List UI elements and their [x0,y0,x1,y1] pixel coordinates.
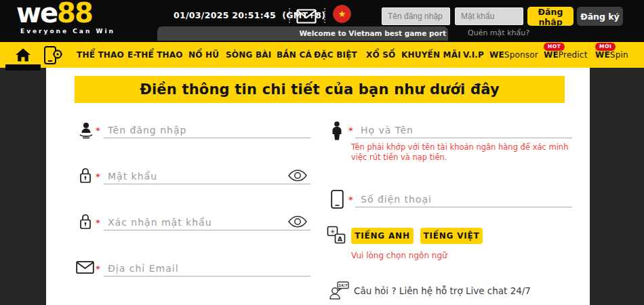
language-helper-text: Vui lòng chọn ngôn ngữ [351,251,447,261]
required-marker: * [96,218,100,228]
nav-item-e-the-thao[interactable]: E-THỂ THAO [127,50,183,60]
logo-tagline: Everyone Can Win [20,28,115,35]
form-title-banner: Điền thông tin chi tiết của bạn như dưới… [75,76,565,103]
header-divider [289,8,290,23]
nav-item-wespin[interactable]: WESpin [595,50,628,60]
nav-mobile-app-button[interactable] [43,45,64,65]
livechat-icon: 24/7 [329,281,350,300]
nav-item-xo-so[interactable]: XỔ SỐ [366,50,395,60]
nav-item-wesponsor[interactable]: WESponsor [489,50,538,60]
svg-text:A: A [338,236,342,243]
mobile-app-icon [43,45,64,65]
active-tab-indicator [5,64,41,70]
show-password-icon[interactable] [287,216,308,228]
required-marker: * [348,125,353,136]
fullname-field[interactable] [355,122,572,138]
english-language-button[interactable]: TIẾNG ANH [351,228,414,244]
lock-icon [77,213,94,230]
login-button[interactable]: Đăng nhập [527,7,573,26]
nav-item-wepredict[interactable]: WEPredict [544,50,588,60]
show-password-icon[interactable] [287,169,308,182]
fullname-person-icon [331,121,342,140]
register-button[interactable]: Đăng ký [577,7,623,26]
email-icon [76,261,94,274]
forgot-password-link[interactable]: Quên mật khẩu? [468,28,529,37]
header-divider [324,8,325,23]
livechat-support-link[interactable]: Câu hỏi ? Liên hệ hỗ trợ Live chat 24/7 [354,285,531,296]
lock-icon [77,167,94,184]
nav-item-no-hu[interactable]: NỔ HŨ [188,50,219,60]
mail-icon[interactable] [296,9,317,24]
form-title: Điền thông tin chi tiết của bạn như dưới… [140,81,500,98]
header-password-input[interactable] [455,7,523,25]
moi-badge: MỚI [595,43,616,51]
required-marker: * [96,125,100,136]
required-marker: * [348,195,353,205]
logo-we-text: we [16,0,57,28]
nav-home-button[interactable] [15,47,31,63]
svg-text:24/7: 24/7 [338,283,348,287]
confirm-password-field[interactable] [104,214,310,230]
welcome-ticker: Welcome to Vietnam best game port [157,26,448,41]
hot-badge: HOT [544,43,565,51]
logo-88-text: 88 [57,0,92,28]
main-navigation: THỂ THAO E-THỂ THAO NỔ HŨ SÒNG BÀI BẮN C… [0,42,644,68]
header-username-input[interactable] [382,7,450,25]
password-field[interactable] [104,168,310,184]
vietnamese-language-button[interactable]: TIẾNG VIỆT [420,228,483,244]
required-marker: * [96,264,100,274]
nav-item-vip[interactable]: V.I.P [463,50,484,60]
nav-item-dac-biet[interactable]: ĐẶC BIỆT [314,50,357,60]
top-header: we88 Everyone Can Win 01/03/2025 20:51:4… [0,0,644,42]
we88-logo[interactable]: we88 [16,0,92,28]
nav-item-ban-ca[interactable]: BẮN CÁ [277,50,312,60]
translate-icon: ✳ A [327,226,347,245]
nav-item-khuyen-mai[interactable]: KHUYẾN MÃI [401,50,461,60]
vietnam-flag-icon[interactable]: ★ [333,5,351,23]
nav-item-song-bai[interactable]: SÒNG BÀI [226,50,271,60]
username-icon [78,121,94,140]
fullname-helper-text: Tên phải khớp với tên tài khoản ngân hàn… [351,142,576,163]
phone-field[interactable] [355,191,572,207]
username-field[interactable] [104,122,310,138]
home-icon [15,47,31,63]
svg-text:✳: ✳ [330,228,336,235]
phone-icon [331,190,344,209]
email-field[interactable] [104,260,310,277]
required-marker: * [96,171,100,182]
nav-item-the-thao[interactable]: THỂ THAO [77,50,124,60]
